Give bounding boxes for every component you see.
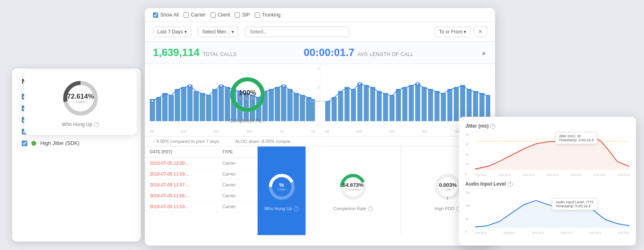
trunking-checkbox[interactable] [255, 12, 260, 18]
audio-title: Audio Input Level ? [465, 181, 630, 187]
jitter-chart-area: Jitter (ms): 32 Timestamp: 0:00:19.9 [475, 132, 630, 170]
svg-rect-25 [287, 89, 293, 121]
carrier-label: Carrier [191, 12, 206, 18]
type-1: Carrier [222, 161, 252, 165]
who-hung-up-panel: 72.614% Caller Who Hung Up ? [24, 70, 137, 135]
svg-rect-22 [268, 89, 274, 121]
filter-carrier[interactable]: Carrier [184, 12, 206, 18]
svg-rect-24 [281, 85, 286, 121]
audio-x-axis: 0:00:00.00:00:05.00:00:10.00:00:15.00:00… [475, 231, 630, 234]
completion-rate-pct: 54.673% [343, 182, 363, 188]
table-row: 2019-07-05 11:57:... Carrier [145, 180, 257, 190]
date-link-1[interactable]: 2019-07-05 12:00:... [150, 161, 222, 165]
svg-rect-55 [460, 85, 465, 121]
who-hung-up-sub: Caller [67, 100, 94, 104]
svg-rect-9 [187, 85, 192, 121]
svg-rect-13 [212, 89, 217, 121]
svg-point-60 [358, 83, 361, 85]
audio-chart: 15k10k5k0 Audio Input Level: 7772 Timest… [465, 190, 630, 234]
table-row: 2019-07-05 11:53:... Carrier [145, 201, 257, 212]
svg-rect-12 [206, 95, 211, 121]
completion-rate-sub: Completed [343, 188, 363, 191]
svg-rect-8 [181, 87, 186, 121]
date-link-2[interactable]: 2019-07-05 11:59:... [150, 171, 222, 176]
completion-rate-help-icon[interactable]: ? [368, 206, 373, 211]
date-link-4[interactable]: 2019-07-05 11:55:... [150, 193, 222, 198]
who-hung-up-label: Who Hung Up ? [62, 122, 99, 127]
dot-jitter-sdk [31, 141, 36, 146]
close-button[interactable]: ✕ [474, 26, 487, 37]
svg-rect-37 [344, 87, 349, 121]
avg-length-label: Avg Length of Call [357, 52, 413, 57]
svg-rect-52 [441, 93, 446, 121]
client-checkbox[interactable] [211, 12, 216, 18]
svg-rect-5 [162, 93, 167, 121]
svg-rect-42 [376, 91, 382, 121]
audio-chart-area: Audio Input Level: 7772 Timestamp: 0:00:… [475, 190, 630, 228]
date-range-select[interactable]: Last 7 Days ▾ [153, 27, 191, 37]
svg-rect-53 [447, 89, 452, 121]
to-from-button[interactable]: To or From ▾ [435, 27, 471, 37]
table-row: 2019-07-05 11:59:... Carrier [145, 169, 257, 180]
completion-rate-donut: 54.673% Completed [337, 171, 369, 203]
type-col-header: TYPE [222, 150, 252, 154]
svg-rect-50 [428, 89, 433, 121]
show-all-checkbox[interactable] [153, 12, 158, 18]
type-4: Carrier [222, 193, 252, 198]
jitter-tooltip: Jitter (ms): 32 Timestamp: 0:00:19.9 [555, 132, 597, 144]
network-item-jitter-sdk: High Jitter (SDK) [22, 140, 131, 146]
jitter-title: Jitter (ms) ? [465, 123, 630, 129]
bottom-cards: DATE (PDT) TYPE 2019-07-05 12:00:... Car… [145, 147, 495, 235]
completion-top-label: Completion Ra... [229, 118, 265, 124]
svg-rect-11 [200, 93, 205, 121]
svg-rect-38 [351, 89, 356, 121]
filter-trunking[interactable]: Trunking [255, 12, 281, 18]
svg-rect-44 [389, 95, 394, 121]
sip-label: SIP [242, 12, 250, 18]
type-5: Carrier [222, 204, 252, 209]
svg-rect-27 [300, 95, 305, 121]
svg-rect-56 [466, 89, 472, 121]
svg-rect-41 [370, 87, 375, 121]
who-hung-up-help-icon[interactable]: ? [94, 122, 99, 127]
avg-length-stat: 00:00:01.7 Avg Length of Call [304, 46, 414, 59]
audio-help-icon[interactable]: ? [508, 182, 513, 187]
completion-comparison: ↑ 9.00% compared to prior 7 days [153, 139, 219, 144]
filter-right: To or From ▾ ✕ [435, 26, 487, 37]
svg-rect-36 [338, 91, 343, 121]
who-hung-up-donut: 72.614% Caller [60, 78, 101, 118]
who-hung-up-card: % Caller Who Hung Up ? [258, 147, 306, 235]
jitter-help-icon[interactable]: ? [490, 124, 495, 129]
type-3: Carrier [222, 182, 252, 187]
sip-checkbox[interactable] [235, 12, 240, 18]
date-col-header: DATE (PDT) [150, 150, 222, 154]
svg-rect-34 [325, 101, 330, 121]
date-link-5[interactable]: 2019-07-05 11:53:... [150, 204, 222, 209]
svg-rect-4 [156, 97, 161, 121]
filter-bar-2: Last 7 Days ▾ Select filter... ▾ To or F… [145, 22, 495, 41]
svg-point-61 [416, 83, 419, 85]
audio-tooltip: Audio Input Level: 7772 Timestamp: 0:00:… [552, 198, 597, 210]
svg-rect-54 [454, 87, 459, 121]
carrier-checkbox[interactable] [184, 12, 189, 18]
svg-rect-49 [421, 87, 427, 121]
chevron-up-icon[interactable]: ▲ [481, 49, 487, 56]
trunking-label: Trunking [262, 12, 281, 18]
filter-show-all[interactable]: Show All [153, 12, 179, 18]
filter-client[interactable]: Client [211, 12, 230, 18]
table-row: 2019-07-05 11:55:... Carrier [145, 190, 257, 201]
table-row: 2019-07-05 12:00:... Carrier [145, 158, 257, 169]
svg-rect-45 [396, 89, 401, 121]
select-filter-dropdown[interactable]: Select filter... ▾ [198, 27, 238, 37]
who-hung-up-help-icon-2[interactable]: ? [294, 206, 299, 211]
network-checkbox-jitter-sdk[interactable] [22, 140, 27, 146]
total-calls-label: Total Calls [203, 52, 237, 57]
stats-row: 1,639,114 Total Calls 00:00:01.7 Avg Len… [145, 41, 495, 64]
svg-point-30 [151, 100, 154, 102]
search-input[interactable] [245, 27, 349, 37]
filter-sip[interactable]: SIP [235, 12, 250, 18]
svg-rect-40 [363, 85, 369, 121]
type-2: Carrier [222, 171, 252, 176]
close-icon: ✕ [478, 29, 483, 35]
date-link-3[interactable]: 2019-07-05 11:57:... [150, 182, 222, 187]
